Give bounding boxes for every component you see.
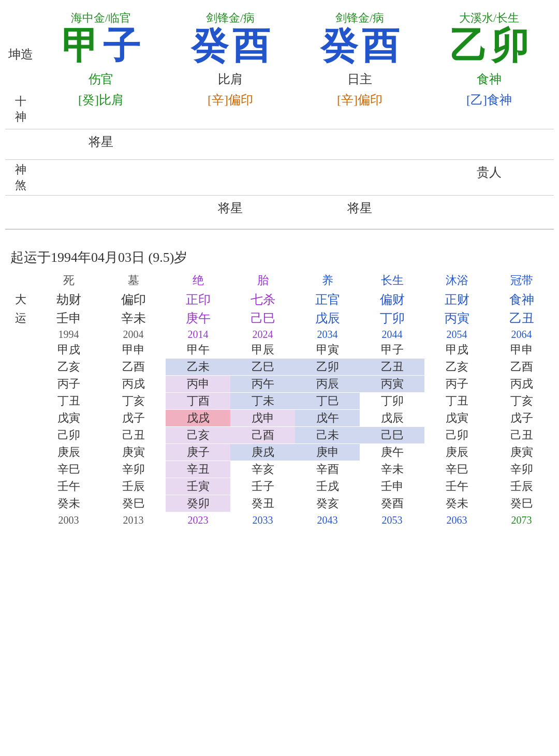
liunian-row2: 丙子 丙戌 丙申 丙午 丙辰 丙寅 丙子 丙戌	[5, 376, 554, 392]
ln-r5c5: 己未	[295, 427, 360, 443]
shensha-r3c4	[424, 198, 554, 224]
by2: 2013	[101, 514, 166, 527]
ln-r6-empty	[5, 444, 36, 461]
dayun-yun-label: 运	[5, 310, 36, 326]
by7: 2063	[424, 514, 489, 527]
dayun-h6: 长生	[360, 273, 424, 288]
ln-r5c4: 己酉	[230, 427, 295, 443]
ln-r4c5: 戊午	[295, 410, 360, 426]
ln-r9c2: 癸巳	[101, 495, 166, 512]
dayun-h2: 墓	[101, 273, 166, 288]
dayun-ganzhi-row: 运 壬申 辛未 庚午 己巳 戊辰 丁卯 丙寅 乙丑	[5, 309, 554, 328]
shensha-jiangxing3: 将星	[295, 198, 424, 224]
liunian-row1: 乙亥 乙酉 乙未 乙巳 乙卯 乙丑 乙亥 乙酉	[5, 359, 554, 375]
divider3	[5, 195, 554, 196]
pillar4: 乙 卯	[424, 26, 554, 67]
ln-r2c4: 丙午	[230, 376, 295, 392]
bottom-years-row: 2003 2013 2023 2033 2043 2053 2063 2073	[5, 514, 554, 527]
ln-r2c7: 丙子	[424, 376, 489, 392]
ln-r6c2: 庚寅	[101, 444, 166, 461]
qiyun-text: 起运于1994年04月03日 (9.5)岁	[0, 240, 559, 273]
dayun-header-row: 死 墓 绝 胎 养 长生 沐浴 冠带	[5, 273, 554, 288]
pillar4-element: 大溪水/长生	[424, 10, 554, 26]
dayun-gz8: 乙丑	[489, 309, 554, 328]
dayun-gz7: 丙寅	[424, 309, 489, 328]
ln-r7c3: 辛丑	[166, 461, 230, 478]
ln-r9c1: 癸未	[36, 495, 101, 512]
ln-r3c5: 丁巳	[295, 393, 360, 409]
ln-r3c7: 丁丑	[424, 393, 489, 409]
shensha-empty2	[166, 131, 295, 157]
ln-r6c8: 庚寅	[489, 444, 554, 461]
pillar2-earth: 酉	[232, 26, 270, 67]
by3: 2023	[166, 514, 230, 527]
dayun-section: 死 墓 绝 胎 养 长生 沐浴 冠带 大 劫财 偏印 正印 七杀 正官 偏财 正…	[0, 273, 559, 527]
shensha-r2c1	[36, 162, 166, 193]
ln-r5c1: 己卯	[36, 427, 101, 443]
shensha-row3: 将星 将星	[5, 198, 554, 224]
pillar4-heaven: 乙	[450, 26, 487, 67]
main-divider	[5, 229, 554, 230]
ln-r4c2: 戊子	[101, 410, 166, 426]
ln-r6c6: 庚午	[360, 444, 424, 461]
ln-r1c8: 乙酉	[489, 359, 554, 375]
ln-r4c6: 戊辰	[360, 410, 424, 426]
ln-r3-empty	[5, 393, 36, 409]
pillar1: 甲 子	[36, 26, 166, 67]
ln-r1c5: 乙卯	[295, 359, 360, 375]
shensha-row1: 将星	[5, 131, 554, 157]
pillar2-heaven: 癸	[191, 26, 228, 67]
ln-r4c8: 戊子	[489, 410, 554, 426]
ln-r3c2: 丁亥	[101, 393, 166, 409]
ln-r6c1: 庚辰	[36, 444, 101, 461]
ln-r0c1: 甲戌	[36, 342, 101, 358]
dayun-header-empty	[5, 273, 36, 288]
dayun-ss5: 正官	[295, 290, 360, 309]
pillar3-tengod: 日主	[295, 71, 424, 87]
ln-r6c5: 庚申	[295, 444, 360, 461]
dayun-shishen-row: 大 劫财 偏印 正印 七杀 正官 偏财 正财 食神	[5, 290, 554, 309]
ln-r7c1: 辛巳	[36, 461, 101, 478]
ln-r9c5: 癸亥	[295, 495, 360, 512]
ln-r1c2: 乙酉	[101, 359, 166, 375]
liunian-row8: 壬午 壬辰 壬寅 壬子 壬戌 壬申 壬午 壬辰	[5, 478, 554, 495]
ln-r3c6: 丁卯	[360, 393, 424, 409]
ln-r2c3: 丙申	[166, 376, 230, 392]
dayun-gz6: 丁卯	[360, 309, 424, 328]
shensha-jiangxing2: 将星	[166, 198, 295, 224]
ln-r7c6: 辛未	[360, 461, 424, 478]
ln-r2c5: 丙辰	[295, 376, 360, 392]
ln-r7c2: 辛卯	[101, 461, 166, 478]
pillar4-shishen: [乙]食神	[424, 92, 554, 125]
by1: 2003	[36, 514, 101, 527]
dayun-ss7: 正财	[424, 290, 489, 309]
ln-r0-empty	[5, 342, 36, 358]
by8: 2073	[489, 514, 554, 527]
ln-r6c7: 庚辰	[424, 444, 489, 461]
shensha-r3c1	[36, 198, 166, 224]
ln-r8c7: 壬午	[424, 478, 489, 495]
dayun-gz5: 戊辰	[295, 309, 360, 328]
ln-r1-empty	[5, 359, 36, 375]
ln-r7c4: 辛亥	[230, 461, 295, 478]
ln-r6c3: 庚子	[166, 444, 230, 461]
shishen-label: 十神	[5, 92, 36, 125]
pillar1-shishen: [癸]比肩	[36, 92, 166, 125]
ln-r1c7: 乙亥	[424, 359, 489, 375]
ten-gods-row: 伤官 比肩 日主 食神	[5, 71, 554, 87]
pillar4-chars: 乙 卯	[424, 26, 554, 67]
ln-r7c7: 辛巳	[424, 461, 489, 478]
shensha-label2: 神 煞	[5, 162, 36, 193]
shensha-guiren: 贵人	[424, 162, 554, 193]
ln-r3c3: 丁酉	[166, 393, 230, 409]
liunian-row5: 己卯 己丑 己亥 己酉 己未 己巳 己卯 己丑	[5, 427, 554, 443]
element-labels-row: 海中金/临官 剑锋金/病 剑锋金/病 大溪水/长生	[5, 10, 554, 26]
ln-r1c1: 乙亥	[36, 359, 101, 375]
ln-r0c4: 甲辰	[230, 342, 295, 358]
dayun-h3: 绝	[166, 273, 230, 288]
ln-r9c3: 癸卯	[166, 495, 230, 512]
pillar1-tengod: 伤官	[36, 71, 166, 87]
dayun-h7: 沐浴	[424, 273, 489, 288]
dayun-yr3: 2014	[166, 328, 230, 342]
liunian-row0: 甲戌 甲申 甲午 甲辰 甲寅 甲子 甲戌 甲申	[5, 342, 554, 358]
